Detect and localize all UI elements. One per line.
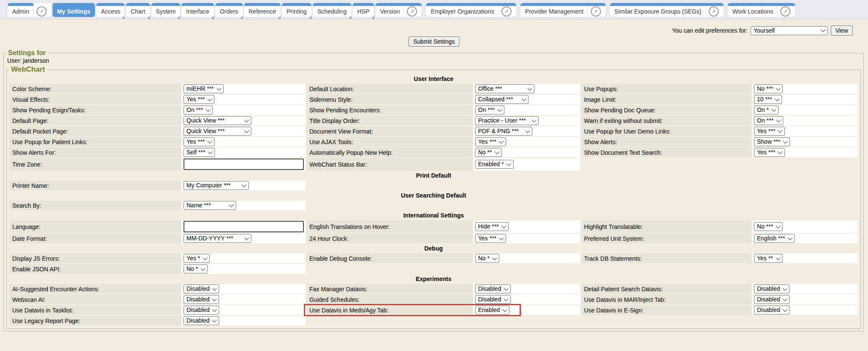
select-automatically-popup-new-help[interactable]: No ** [475, 148, 502, 157]
select-image-limit[interactable]: 10 *** [754, 95, 782, 104]
select-webscan-ai[interactable]: Disabled [184, 295, 219, 304]
select-highlight-translatable[interactable]: No *** [754, 222, 783, 231]
select-detail-patient-search-datavis[interactable]: Disabled [754, 284, 790, 293]
tab-orders[interactable]: Orders [215, 3, 243, 17]
field-label-text: Color Scheme: [12, 86, 52, 92]
select-webchart-status-bar[interactable]: Enabled * [475, 160, 514, 169]
select-enable-debug-console[interactable]: No * [475, 254, 499, 263]
tab-system[interactable]: System [151, 3, 181, 17]
select-24-hour-clock[interactable]: Yes *** [475, 234, 506, 243]
select-value: Disabled [186, 306, 209, 313]
view-button[interactable]: View [831, 25, 853, 36]
field-value-cell: On *** [182, 105, 306, 115]
submenu-corner-icon [372, 16, 374, 19]
select-enable-json-api[interactable]: No * [184, 265, 208, 273]
tab-work-locations[interactable]: Work Locations [728, 3, 795, 17]
tab-scheduling[interactable]: Scheduling [313, 3, 351, 17]
field-label-title-display-order: Title Display Order: [306, 116, 473, 125]
tab-printing[interactable]: Printing [282, 3, 311, 17]
tab-access[interactable]: Access [96, 3, 125, 17]
submenu-corner-icon [178, 16, 180, 19]
select-value: Disabled [757, 285, 780, 292]
submit-settings-button[interactable]: Submit Settings [409, 36, 459, 47]
popup-arrow-icon[interactable] [407, 6, 417, 17]
popup-arrow-icon[interactable] [780, 6, 790, 17]
webchart-fieldset: WebChart User InterfaceColor Scheme:miEH… [6, 65, 861, 329]
select-value: No ** [478, 149, 492, 156]
settings-row: Use Popup for Patient Links:Yes ***Use A… [9, 137, 858, 147]
select-use-datavis-in-mar-inject-tab[interactable]: Disabled [754, 295, 790, 304]
select-use-datavis-in-meds-agy-tab[interactable]: Enabled [475, 306, 509, 315]
select-show-pending-doc-queue[interactable]: On * [754, 106, 779, 114]
field-label-visual-effects: Visual Effects: [9, 95, 181, 104]
chevron-down-icon [244, 128, 249, 133]
field-label-use-legacy-report-page: Use Legacy Report Page: [9, 316, 181, 326]
select-show-alerts[interactable]: Show *** [754, 137, 790, 146]
select-track-db-statements[interactable]: Yes ** [754, 254, 783, 263]
tab-my-settings[interactable]: My Settings [53, 3, 95, 17]
select-use-popups[interactable]: No *** [754, 84, 783, 93]
popup-arrow-icon[interactable] [501, 6, 512, 17]
select-default-location[interactable]: Office *** [475, 84, 534, 93]
select-warn-if-exiting-without-submit[interactable]: On *** [754, 116, 783, 125]
select-show-pending-esign-tasks[interactable]: On *** [184, 106, 213, 114]
select-use-legacy-report-page[interactable]: Disabled [184, 316, 219, 325]
field-value-cell: Office *** [473, 84, 580, 94]
select-show-alerts-for[interactable]: Self *** [184, 148, 215, 157]
settings-row: AI-Suggested Encounter Actions:DisabledF… [9, 284, 858, 294]
select-date-format[interactable]: MM-DD-YYYY *** [184, 234, 251, 243]
select-default-pocket-page[interactable]: Quick View *** [184, 127, 251, 136]
tab-divider [403, 7, 404, 16]
tab-chart[interactable]: Chart [126, 3, 150, 17]
select-value: 10 *** [757, 96, 772, 103]
select-use-popup-for-user-demo-links[interactable]: Yes *** [754, 127, 785, 136]
prefs-select[interactable]: Yourself [751, 26, 828, 35]
select-document-view-format[interactable]: PDF & PNG *** [475, 127, 532, 136]
select-value: Yes * [186, 255, 200, 262]
popup-arrow-icon[interactable] [36, 6, 47, 17]
empty-cell [581, 201, 751, 210]
select-visual-effects[interactable]: Yes *** [184, 95, 214, 104]
input-language[interactable] [184, 221, 304, 232]
field-label-text: Use Popup for User Demo Links: [584, 128, 671, 135]
settings-row: Date Format:MM-DD-YYYY ***24 Hour Clock:… [9, 234, 858, 243]
tab-interface[interactable]: Interface [181, 3, 214, 17]
select-color-scheme[interactable]: miEHR *** [184, 84, 224, 93]
tab-divider [498, 7, 498, 16]
field-value-cell: Yes *** [473, 234, 580, 243]
select-show-pending-encounters[interactable]: On *** [475, 106, 504, 114]
tab-admin[interactable]: Admin [8, 3, 51, 17]
field-value-cell: On * [752, 105, 858, 115]
select-search-by[interactable]: Name *** [184, 201, 236, 210]
tab-reference[interactable]: Reference [244, 3, 281, 17]
select-title-display-order[interactable]: Practice - User *** [475, 116, 539, 125]
select-use-popup-for-patient-links[interactable]: Yes *** [184, 137, 214, 146]
field-value-cell: My Computer *** [182, 181, 306, 190]
select-default-page[interactable]: Quick View *** [184, 116, 251, 125]
tab-employer-organizations[interactable]: Employer Organizations [426, 3, 516, 17]
select-fax-manager-datavis[interactable]: Disabled [475, 284, 511, 293]
field-value-cell: Yes *** [473, 137, 580, 147]
popup-arrow-icon[interactable] [709, 6, 719, 17]
section-header: Print Default [9, 171, 858, 180]
select-use-datavis-in-e-sign[interactable]: Disabled [754, 306, 790, 315]
select-use-ajax-tools[interactable]: Yes *** [475, 137, 506, 146]
preferences-bar: You can edit preferences for: Yourself V… [0, 25, 868, 36]
select-printer-name[interactable]: My Computer *** [184, 181, 249, 190]
popup-arrow-icon[interactable] [591, 6, 601, 17]
tab-hsp[interactable]: HSP [353, 3, 374, 17]
select-english-translations-on-hover[interactable]: Hide *** [475, 222, 509, 231]
empty-cell [752, 316, 858, 326]
select-sidemenu-style[interactable]: Collapsed *** [475, 95, 529, 104]
tab-provider-management[interactable]: Provider Management [520, 3, 606, 17]
select-display-js-errors[interactable]: Yes * [184, 254, 210, 263]
select-guided-schedules[interactable]: Disabled [475, 295, 511, 304]
select-ai-suggested-encounter-actions[interactable]: Disabled [184, 284, 219, 293]
select-preferred-unit-system[interactable]: English *** [754, 234, 795, 243]
select-show-document-text-search[interactable]: Yes *** [754, 148, 785, 157]
tab-version[interactable]: Version [376, 3, 422, 17]
tab-similar-exposure-groups-segs[interactable]: Similar Exposure Groups (SEGs) [610, 3, 723, 17]
field-label-text: Use Datavis in Tasklist: [12, 307, 73, 314]
input-time-zone[interactable] [184, 159, 304, 170]
select-use-datavis-in-tasklist[interactable]: Disabled [184, 306, 219, 315]
